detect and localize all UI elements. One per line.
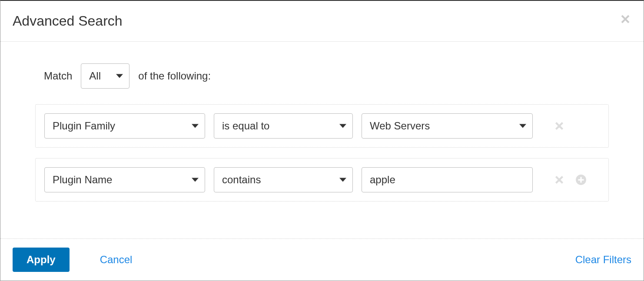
filter-row-actions xyxy=(554,120,565,132)
filter-row: Plugin Familyis equal toWeb Servers xyxy=(35,104,609,148)
chevron-down-icon xyxy=(339,124,346,128)
chevron-down-icon xyxy=(192,178,199,182)
close-icon[interactable] xyxy=(619,13,631,27)
match-select[interactable]: All xyxy=(81,63,129,89)
match-select-value: All xyxy=(89,70,101,82)
match-row: Match All of the following: xyxy=(44,63,609,89)
add-filter-icon[interactable] xyxy=(575,174,587,185)
filter-field-value: Plugin Family xyxy=(53,120,115,132)
filter-field-value: Plugin Name xyxy=(53,174,112,186)
filter-operator-value: contains xyxy=(222,174,261,186)
apply-button[interactable]: Apply xyxy=(13,248,70,272)
modal-header: Advanced Search xyxy=(0,1,644,42)
filter-row: Plugin Namecontains xyxy=(35,158,609,202)
filters-container: Plugin Familyis equal toWeb ServersPlugi… xyxy=(35,104,609,202)
filter-operator-select[interactable]: is equal to xyxy=(214,113,353,139)
filter-value-value: Web Servers xyxy=(370,120,430,132)
filter-row-actions xyxy=(554,174,587,185)
match-prefix-label: Match xyxy=(44,70,72,82)
remove-filter-icon[interactable] xyxy=(554,174,565,185)
modal-footer: Apply Cancel Clear Filters xyxy=(0,238,644,281)
chevron-down-icon xyxy=(519,124,526,128)
chevron-down-icon xyxy=(192,124,199,128)
remove-filter-icon[interactable] xyxy=(554,120,565,132)
advanced-search-modal: Advanced Search Match All of the followi… xyxy=(0,1,644,281)
chevron-down-icon xyxy=(116,74,123,78)
filter-operator-value: is equal to xyxy=(222,120,269,132)
chevron-down-icon xyxy=(339,178,346,182)
modal-body: Match All of the following: Plugin Famil… xyxy=(0,42,644,238)
filter-value-select[interactable]: Web Servers xyxy=(362,113,533,139)
filter-field-select[interactable]: Plugin Family xyxy=(44,113,205,139)
filter-operator-select[interactable]: contains xyxy=(214,167,353,192)
filter-value-input[interactable] xyxy=(362,167,533,192)
modal-title: Advanced Search xyxy=(13,13,123,29)
match-suffix-label: of the following: xyxy=(138,70,211,82)
filter-field-select[interactable]: Plugin Name xyxy=(44,167,205,192)
cancel-button[interactable]: Cancel xyxy=(100,248,133,272)
clear-filters-button[interactable]: Clear Filters xyxy=(575,248,631,272)
